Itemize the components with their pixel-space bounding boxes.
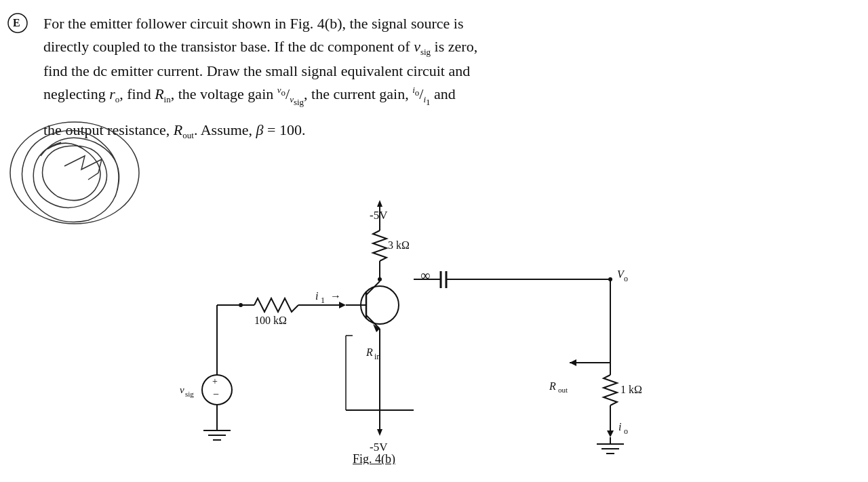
svg-text:→: →	[330, 290, 341, 302]
page-content: E For the emitter follower circuit shown…	[0, 0, 868, 482]
circuit-svg: -5V 3 kΩ ∞	[136, 200, 780, 464]
svg-line-20	[366, 315, 380, 329]
circuit-diagram: -5V 3 kΩ ∞	[136, 200, 780, 464]
text-line5: the output resistance, Rout. Assume, β =…	[43, 119, 849, 143]
svg-text:i: i	[315, 290, 318, 302]
svg-marker-4	[377, 200, 382, 207]
svg-text:-5V: -5V	[370, 209, 388, 222]
svg-text:1: 1	[321, 296, 325, 305]
svg-marker-47	[377, 429, 382, 436]
svg-text:+: +	[212, 376, 218, 386]
svg-text:R: R	[549, 380, 556, 392]
svg-text:R: R	[366, 346, 373, 358]
svg-line-19	[366, 281, 380, 295]
svg-marker-65	[607, 430, 614, 437]
text-line1: For the emitter follower circuit shown i…	[43, 15, 464, 32]
svg-text:i: i	[618, 421, 621, 433]
problem-number: E	[7, 12, 28, 38]
svg-text:sig: sig	[185, 390, 194, 398]
svg-text:3 kΩ: 3 kΩ	[388, 239, 410, 251]
svg-text:1 kΩ: 1 kΩ	[620, 384, 642, 395]
svg-text:100 kΩ: 100 kΩ	[254, 315, 287, 326]
svg-text:−: −	[213, 388, 219, 400]
problem-text: For the emitter follower circuit shown i…	[19, 12, 849, 142]
svg-point-30	[239, 303, 243, 307]
svg-marker-23	[339, 302, 346, 308]
text-line3: find the dc emitter current. Draw the sm…	[43, 62, 470, 79]
scribble-decoration	[7, 115, 142, 230]
svg-text:v: v	[180, 384, 184, 395]
svg-text:∞: ∞	[420, 268, 430, 283]
svg-text:o: o	[624, 426, 628, 436]
text-line4: neglecting ro, find Rin, the voltage gai…	[43, 85, 456, 102]
svg-text:o: o	[624, 274, 628, 283]
svg-text:Fig. 4(b): Fig. 4(b)	[353, 452, 395, 464]
svg-text:E: E	[13, 17, 20, 28]
svg-point-2	[10, 122, 139, 224]
text-line2: directly coupled to the transistor base.…	[43, 38, 477, 55]
svg-text:out: out	[558, 386, 568, 394]
